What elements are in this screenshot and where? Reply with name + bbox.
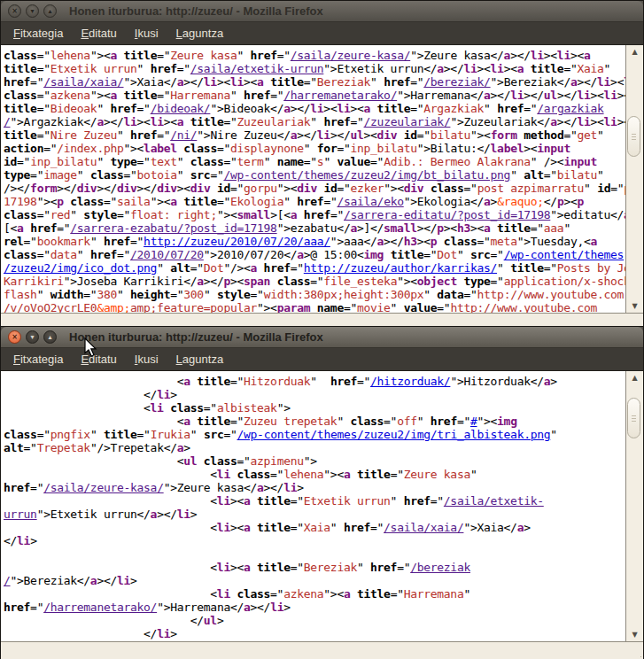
source-link[interactable]: /bideoak/	[151, 102, 211, 115]
source-view-1[interactable]: <a title="Hitzorduak" href="/hitzorduak/…	[1, 371, 625, 641]
minimize-button[interactable]: ▾	[26, 330, 39, 344]
source-view-0[interactable]: class="lehena"><a title="Zeure kasa" hre…	[1, 45, 625, 313]
scrollbar[interactable]: ▲ ▼	[625, 371, 643, 641]
scroll-down-icon[interactable]: ▼	[626, 629, 643, 640]
source-text: title	[357, 587, 391, 601]
menu-fitxategia[interactable]: Fitxategia	[4, 24, 72, 43]
source-link[interactable]: /ni/	[170, 128, 197, 142]
menu-ikusi[interactable]: Ikusi	[126, 24, 167, 43]
source-link[interactable]: http://zuzeu/2010/07/20/aaa/	[144, 235, 330, 248]
source-text: p	[223, 275, 230, 288]
source-line: href="/harremanetarako/">Harremana</a></…	[4, 601, 625, 614]
source-text: ">Bereziak</	[11, 574, 90, 587]
source-text: ><	[617, 115, 625, 128]
source-text: text	[151, 155, 177, 168]
scrollbar-thumb[interactable]	[627, 116, 640, 157]
source-text: title	[197, 375, 230, 388]
source-text: ="	[37, 428, 50, 441]
source-text: div	[190, 182, 211, 195]
source-link[interactable]: /saila/xaia/	[43, 75, 123, 89]
source-text: "><	[397, 275, 417, 288]
source-link[interactable]: /wp-content/themes	[504, 248, 624, 261]
source-text: ="	[137, 155, 151, 168]
scroll-down-icon[interactable]: ▼	[626, 300, 643, 312]
source-text: ="	[157, 89, 170, 102]
source-link[interactable]: urrun	[4, 508, 37, 521]
source-text: href	[297, 195, 323, 208]
source-link[interactable]: /argazkiak	[537, 102, 603, 115]
menu-editatu[interactable]: Editatu	[72, 350, 125, 368]
source-link[interactable]: /saila/eko	[337, 195, 403, 208]
source-link[interactable]: /bereziak/	[423, 75, 490, 89]
source-link[interactable]: /saila/etxetik-urrun	[190, 62, 324, 75]
source-text: li	[177, 508, 190, 521]
source-text: href	[30, 221, 57, 235]
source-link[interactable]: /wp-content/themes/zuzeu2/img/tri_albist…	[237, 428, 551, 441]
scrollbar[interactable]: ▲ ▼	[625, 45, 643, 313]
source-text: get	[578, 128, 598, 142]
source-text: ="	[17, 155, 30, 168]
source-link[interactable]: /	[4, 115, 11, 128]
maximize-button[interactable]: ▴	[43, 4, 57, 18]
source-link[interactable]: /2010/07/20	[130, 248, 204, 261]
source-text: "	[563, 221, 570, 235]
source-line: [<a href="/sarrera-ezabatu/?post_id=1719…	[4, 221, 625, 235]
source-link[interactable]: /wp-content/themes/zuzeu2/img/bt_bilatu.…	[223, 168, 510, 182]
resize-grip-icon[interactable]	[640, 656, 641, 657]
source-text: "	[423, 288, 437, 301]
source-text	[210, 182, 217, 195]
source-link[interactable]: /sarrera-editatu/?post_id=17198	[344, 208, 550, 221]
menu-editatu[interactable]: Editatu	[72, 24, 125, 43]
source-text: "	[77, 248, 90, 261]
source-text: </	[4, 388, 157, 401]
source-link[interactable]: /harremanetarako/	[283, 89, 397, 102]
source-link[interactable]: /saila/zeure-kasa/	[43, 481, 163, 494]
source-text: a	[283, 102, 291, 115]
source-text: ></	[204, 275, 224, 288]
source-text: ="	[230, 375, 244, 388]
scrollbar-thumb[interactable]	[627, 398, 640, 438]
maximize-button[interactable]: ▴	[43, 330, 57, 344]
source-text: &raquo;	[497, 195, 544, 208]
menu-fitxategia[interactable]: Fitxategia	[4, 350, 72, 368]
source-text: title	[4, 62, 37, 75]
source-text: ="	[30, 75, 43, 89]
source-text: a	[244, 561, 251, 574]
source-link[interactable]: /zuzeu2/img/ico_dot.png	[4, 261, 157, 275]
minimize-button[interactable]: ▾	[26, 4, 39, 18]
source-text: ="	[190, 261, 204, 275]
source-link[interactable]: /harremanetarako/	[43, 601, 157, 614]
scroll-up-icon[interactable]: ▲	[626, 46, 643, 58]
source-link[interactable]: http://zuzeu/author/karrikas/	[304, 261, 497, 275]
source-text: ></	[97, 182, 117, 195]
source-text: aaa	[544, 221, 564, 235]
source-text: >	[217, 614, 224, 627]
titlebar[interactable]: × ▾ ▴ Honen iturburua: http://zuzeu/ - M…	[1, 1, 643, 22]
close-button[interactable]: ×	[8, 330, 21, 344]
source-text: href	[244, 89, 270, 102]
source-link[interactable]: /	[4, 574, 11, 587]
source-text: </	[4, 627, 157, 640]
source-text: height	[130, 288, 170, 301]
source-text: a	[110, 49, 117, 62]
source-link[interactable]: /saila/zeure-kasa/	[291, 49, 410, 62]
close-button[interactable]: ×	[8, 4, 21, 18]
menu-ikusi[interactable]: Ikusi	[126, 350, 167, 368]
source-text: h3	[457, 221, 470, 235]
source-text: a	[244, 601, 251, 614]
source-text: >	[297, 481, 304, 494]
source-text: ="	[37, 208, 50, 221]
menu-laguntza[interactable]: Laguntza	[167, 24, 233, 43]
source-text: ">Bideoak</	[210, 102, 283, 115]
source-link[interactable]: #	[470, 415, 477, 428]
source-link[interactable]: /zuzeulariak/	[364, 115, 451, 128]
source-text: "	[264, 155, 277, 168]
source-link[interactable]: /saila/etxetik-	[444, 494, 544, 508]
source-link[interactable]: /saila/xaia/	[384, 521, 463, 534]
source-link[interactable]: /sarrera-ezabatu/?post_id=17198	[70, 221, 276, 235]
source-link[interactable]: /bereziak	[410, 561, 470, 574]
source-text: "><	[384, 182, 404, 195]
scroll-up-icon[interactable]: ▲	[626, 372, 643, 384]
source-link[interactable]: /hitzorduak/	[370, 375, 450, 388]
menu-laguntza[interactable]: Laguntza	[167, 350, 233, 368]
